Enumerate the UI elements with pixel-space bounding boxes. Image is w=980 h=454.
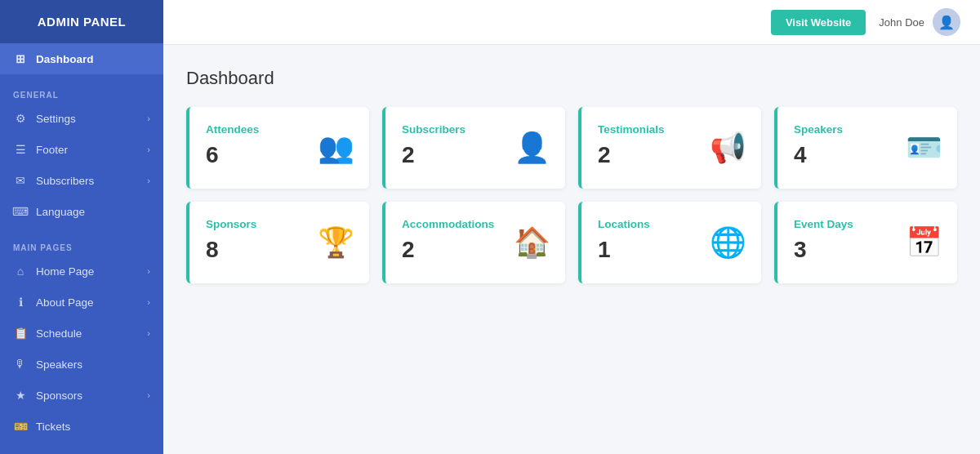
card-icon: 👥	[318, 131, 354, 165]
footer-icon: ☰	[13, 142, 28, 157]
main-pages-section-label: MAIN PAGES	[0, 234, 163, 256]
sidebar-title: ADMIN PANEL	[0, 0, 163, 43]
sidebar-item-home-page[interactable]: ⌂ Home Page ›	[0, 256, 163, 287]
card-icon: 📅	[906, 225, 942, 260]
sidebar-item-sponsors[interactable]: ★ Sponsors ›	[0, 380, 163, 411]
stat-card-attendees[interactable]: Attendees 6 👥	[186, 107, 369, 189]
chevron-icon: ›	[147, 145, 150, 154]
topbar: Visit Website John Doe 👤	[163, 0, 980, 45]
avatar: 👤	[933, 8, 960, 36]
user-name: John Doe	[879, 16, 924, 29]
user-info: John Doe 👤	[879, 8, 960, 36]
card-icon: 📢	[710, 131, 746, 165]
page-title: Dashboard	[186, 68, 957, 89]
subscribers-icon: ✉	[13, 173, 28, 188]
chevron-icon: ›	[147, 114, 150, 123]
stat-card-subscribers[interactable]: Subscribers 2 👤	[382, 107, 565, 189]
general-section-label: GENERAL	[0, 81, 163, 103]
home-icon: ⌂	[13, 264, 28, 278]
stats-grid: Attendees 6 👥 Subscribers 2 👤 Testimonia…	[186, 107, 957, 283]
speakers-icon: 🎙	[13, 357, 28, 372]
chevron-icon: ›	[147, 297, 150, 307]
card-icon: 🌐	[710, 225, 746, 260]
stat-card-locations[interactable]: Locations 1 🌐	[578, 202, 761, 283]
dashboard-icon: ⊞	[13, 51, 28, 66]
schedule-icon: 📋	[13, 326, 28, 340]
card-icon: 👤	[514, 131, 550, 165]
about-icon: ℹ	[13, 295, 28, 309]
card-icon: 🪪	[906, 131, 942, 165]
chevron-icon: ›	[147, 176, 150, 185]
stat-card-speakers[interactable]: Speakers 4 🪪	[774, 107, 957, 189]
sidebar-item-schedule[interactable]: 📋 Schedule ›	[0, 318, 163, 349]
blog-icon: ✏	[13, 450, 28, 454]
sidebar-item-dashboard[interactable]: ⊞ Dashboard	[0, 43, 163, 74]
chevron-icon: ›	[147, 266, 150, 276]
content-area: Dashboard Attendees 6 👥 Subscribers 2 👤 …	[163, 45, 980, 454]
sidebar-item-language[interactable]: ⌨ Language	[0, 196, 163, 227]
main-content: Visit Website John Doe 👤 Dashboard Atten…	[163, 0, 980, 454]
card-icon: 🏆	[318, 225, 354, 260]
sidebar-item-speakers[interactable]: 🎙 Speakers	[0, 349, 163, 380]
card-icon: 🏠	[514, 225, 550, 260]
stat-card-event-days[interactable]: Event Days 3 📅	[774, 202, 957, 283]
sidebar: ADMIN PANEL ⊞ Dashboard GENERAL ⚙ Settin…	[0, 0, 163, 454]
sidebar-item-settings[interactable]: ⚙ Settings ›	[0, 103, 163, 134]
sidebar-item-blog[interactable]: ✏ Blog	[0, 442, 163, 454]
chevron-icon: ›	[147, 390, 150, 400]
stat-card-sponsors[interactable]: Sponsors 8 🏆	[186, 202, 369, 283]
sidebar-item-tickets[interactable]: 🎫 Tickets	[0, 411, 163, 442]
sidebar-item-subscribers[interactable]: ✉ Subscribers ›	[0, 165, 163, 196]
settings-icon: ⚙	[13, 111, 28, 126]
tickets-icon: 🎫	[13, 419, 28, 434]
stat-card-accommodations[interactable]: Accommodations 2 🏠	[382, 202, 565, 283]
sponsors-icon: ★	[13, 388, 28, 403]
sidebar-item-footer[interactable]: ☰ Footer ›	[0, 134, 163, 165]
visit-website-button[interactable]: Visit Website	[771, 10, 866, 35]
language-icon: ⌨	[13, 204, 28, 219]
stat-card-testimonials[interactable]: Testimonials 2 📢	[578, 107, 761, 189]
sidebar-item-about-page[interactable]: ℹ About Page ›	[0, 287, 163, 318]
chevron-icon: ›	[147, 328, 150, 338]
